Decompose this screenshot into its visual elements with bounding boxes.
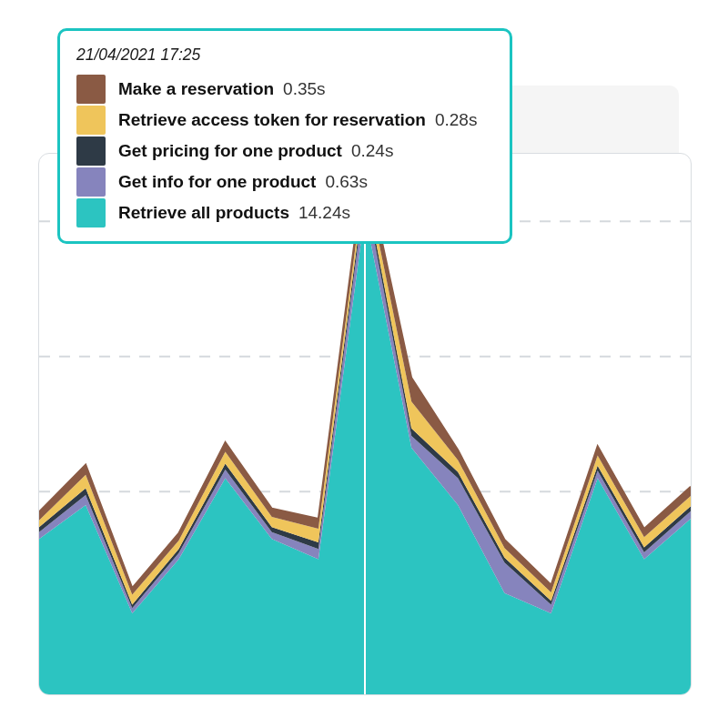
tooltip-timestamp: 21/04/2021 17:25	[76, 46, 493, 65]
legend-row: Retrieve all products14.24s	[76, 197, 493, 228]
legend-swatch	[76, 136, 106, 166]
legend-value: 14.24s	[298, 203, 350, 223]
legend-label: Make a reservation	[118, 79, 274, 99]
legend-row: Get pricing for one product0.24s	[76, 136, 493, 167]
legend-swatch	[76, 75, 106, 104]
legend-label: Get pricing for one product	[118, 141, 342, 161]
legend-value: 0.63s	[325, 172, 367, 192]
legend-row: Get info for one product0.63s	[76, 167, 493, 197]
legend-label: Retrieve all products	[118, 203, 289, 223]
legend-row: Retrieve access token for reservation0.2…	[76, 105, 493, 136]
legend-swatch	[76, 167, 106, 197]
legend-swatch	[76, 198, 106, 228]
legend-row: Make a reservation0.35s	[76, 74, 493, 105]
legend-swatch	[76, 106, 106, 135]
legend-label: Get info for one product	[118, 172, 316, 192]
legend-label: Retrieve access token for reservation	[118, 110, 426, 130]
legend-value: 0.28s	[435, 110, 477, 130]
chart-tooltip: 21/04/2021 17:25 Make a reservation0.35s…	[57, 28, 512, 244]
legend-value: 0.35s	[283, 79, 325, 99]
legend-value: 0.24s	[351, 141, 393, 161]
